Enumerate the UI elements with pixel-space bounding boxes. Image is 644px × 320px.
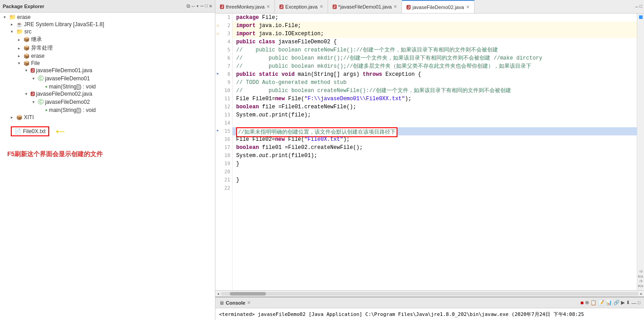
console-minimize[interactable]: — xyxy=(631,300,636,306)
collapse-icon[interactable]: ⧉ xyxy=(187,4,190,9)
tab-maximize-btn[interactable]: □ xyxy=(639,4,642,9)
sync-icon[interactable]: ↔ xyxy=(192,4,195,9)
tree-item-erase-inner[interactable]: ▸ 📦 erase xyxy=(0,52,215,60)
label-jicheng: 继承 xyxy=(31,36,42,43)
scroll-right-btn[interactable]: ▸ xyxy=(639,291,644,297)
tab-label-threemonkey: threeMonkey.java xyxy=(226,4,265,9)
tree-item-demo02-java[interactable]: ▾ J javaseFileDemo02.java xyxy=(0,90,215,97)
label-demo02-java: javaseFileDemo02.java xyxy=(36,91,92,97)
minimize-icon[interactable]: — xyxy=(201,3,204,9)
tab-minimize-btn[interactable]: — xyxy=(635,4,638,9)
console-panel: 🖥 Console ✕ ■ ⊗ 📋 📝 📊 🔗 ▶ ⬇ — xyxy=(215,297,644,320)
tree-item-main2[interactable]: ● main(String[]) : void xyxy=(0,107,215,114)
code-line-6: // public boolean mkdir();//创建一个文件夹，如果该目… xyxy=(233,54,637,62)
method-icon-main2: ● xyxy=(45,108,47,112)
method-icon-main1: ● xyxy=(45,84,47,89)
code-line-5: // public boolean createNewFile()://创建一个… xyxy=(233,46,637,54)
code-line-1: package File; xyxy=(233,14,637,22)
header-toolbar: ⧉ ↔ ▾ — □ ✕ xyxy=(187,3,212,9)
console-close-badge[interactable]: ✕ xyxy=(247,300,251,305)
h-scrollbar[interactable]: ◂ ▸ xyxy=(215,290,644,297)
arrow-demo01-class: ▾ xyxy=(32,76,38,81)
file-txt-icon: 📄 xyxy=(14,128,21,134)
tree-item-demo01-class[interactable]: ▾ Ⓒ javaseFileDemo01 xyxy=(0,74,215,83)
label-src: src xyxy=(24,28,32,35)
label-erase-inner: erase xyxy=(31,53,45,59)
arrow-demo02-class: ▾ xyxy=(32,100,38,104)
tree-item-demo01-java[interactable]: ▾ J javaseFileDemo01.java xyxy=(0,67,215,74)
tree-item-xiti[interactable]: ▸ 📦 XITI xyxy=(0,114,215,121)
tab-bar: J threeMonkey.java ✕ J Exception.java ✕ … xyxy=(215,0,644,14)
label-demo01-java: javaseFileDemo01.java xyxy=(36,67,92,74)
console-icon: 🖥 xyxy=(219,300,224,306)
console-maximize[interactable]: □ xyxy=(638,300,640,305)
pkg-icon-yichang: 📦 xyxy=(23,45,30,51)
code-line-13: System.out.print(file); xyxy=(233,111,637,119)
tab-icon-demo02: J xyxy=(406,5,411,9)
tab-demo02[interactable]: J javaseFileDemo02.java ✕ xyxy=(402,0,474,13)
console-title-label: Console xyxy=(226,300,245,306)
tree-item-jicheng[interactable]: ▸ 📦 继承 xyxy=(0,35,215,44)
code-line-7: // public boolean mkdirs();//创建多层文件夹（如果父… xyxy=(233,62,637,70)
arrow-demo01-java: ▾ xyxy=(25,68,31,73)
class-icon-demo01: Ⓒ xyxy=(38,74,44,83)
maximize-icon[interactable]: □ xyxy=(205,4,208,9)
console-clear-icon[interactable]: ⊗ xyxy=(585,300,589,306)
code-line-15: //如果未指明明确的创建位置，该文件会默认创建在该项目路径下 xyxy=(233,127,637,135)
tab-close-demo01[interactable]: ✕ xyxy=(393,4,397,9)
label-main2: main(String[]) : void xyxy=(49,107,96,113)
tree-item-jre[interactable]: ▸ ☕ JRE System Library [JavaSE-1.8] xyxy=(0,21,215,28)
arrow-erase: ▾ xyxy=(4,15,9,19)
tab-close-exception[interactable]: ✕ xyxy=(320,4,323,9)
tab-label-demo01: *javaseFileDemo01.java xyxy=(338,4,392,9)
tab-close-demo02[interactable]: ✕ xyxy=(466,5,470,9)
tree-item-erase[interactable]: ▾ 📁 erase xyxy=(0,14,215,21)
jre-icon: ☕ xyxy=(16,22,23,28)
console-content: <terminated> javaseFileDemo02 [Java Appl… xyxy=(215,308,644,320)
code-line-4: public class javaseFileDemo02 { xyxy=(233,38,637,46)
code-line-22 xyxy=(233,184,637,192)
code-area[interactable]: package File; import java.io.File; impor… xyxy=(233,14,637,290)
code-line-21: } xyxy=(233,176,637,184)
yellow-arrow-icon: ← xyxy=(53,123,67,139)
tab-icon-threemonkey: J xyxy=(220,5,224,9)
package-explorer-panel: Package Explorer ⧉ ↔ ▾ — □ ✕ ▾ 📁 xyxy=(0,0,215,320)
arrow-xiti: ▸ xyxy=(11,115,16,120)
java-icon-demo02: J xyxy=(31,92,35,96)
console-tool5[interactable]: ▶ xyxy=(621,300,625,306)
tab-close-threemonkey[interactable]: ✕ xyxy=(266,4,270,9)
console-title-area: 🖥 Console ✕ xyxy=(219,300,251,306)
package-explorer-title: Package Explorer xyxy=(3,4,44,9)
tree-item-file-pkg[interactable]: ▾ 📦 File xyxy=(0,60,215,67)
tree-item-yichang[interactable]: ▸ 📦 异常处理 xyxy=(0,44,215,52)
folder-icon-erase: 📁 xyxy=(9,14,16,20)
h-scroll-thumb xyxy=(230,292,266,296)
tab-demo01[interactable]: J *javaseFileDemo01.java ✕ xyxy=(328,0,402,13)
tab-threemonkey[interactable]: J threeMonkey.java ✕ xyxy=(215,0,275,13)
console-tool2[interactable]: 📝 xyxy=(598,300,604,306)
code-line-8: public static void main(String[] args) t… xyxy=(233,70,637,79)
tab-bar-controls: — □ xyxy=(633,0,644,13)
label-yichang: 异常处理 xyxy=(31,44,53,52)
tab-exception[interactable]: J Exception.java ✕ xyxy=(275,0,328,13)
menu-icon[interactable]: ▾ xyxy=(196,3,199,9)
file-annotation-box: 📄 File0X.txt xyxy=(11,126,49,136)
console-tool3[interactable]: 📊 xyxy=(606,300,612,306)
tree-item-demo02-class[interactable]: ▾ Ⓒ javaseFileDemo02 xyxy=(0,97,215,107)
label-jre: JRE System Library [JavaSE-1.8] xyxy=(24,21,104,28)
console-stop-icon[interactable]: ■ xyxy=(580,300,584,306)
console-tool1[interactable]: 📋 xyxy=(590,300,597,306)
tab-icon-exception: J xyxy=(279,5,283,9)
editor-panel: J threeMonkey.java ✕ J Exception.java ✕ … xyxy=(215,0,644,320)
console-tool6[interactable]: ⬇ xyxy=(626,300,630,306)
code-line-11: File File01=new File("F:\\javaseDemo01\\… xyxy=(233,95,637,103)
tree-item-src[interactable]: ▾ 📁 src xyxy=(0,28,215,35)
tree-item-main1[interactable]: ● main(String[]) : void xyxy=(0,83,215,90)
close-icon[interactable]: ✕ xyxy=(209,3,212,9)
scroll-left-btn[interactable]: ◂ xyxy=(215,291,221,297)
f5-hint: F5刷新这个界面会显示创建的文件 xyxy=(7,150,208,158)
tab-label-demo02: javaseFileDemo02.java xyxy=(412,5,464,10)
code-line-19: } xyxy=(233,160,637,168)
console-tool4[interactable]: 🔗 xyxy=(613,300,620,306)
label-main1: main(String[]) : void xyxy=(49,83,96,90)
